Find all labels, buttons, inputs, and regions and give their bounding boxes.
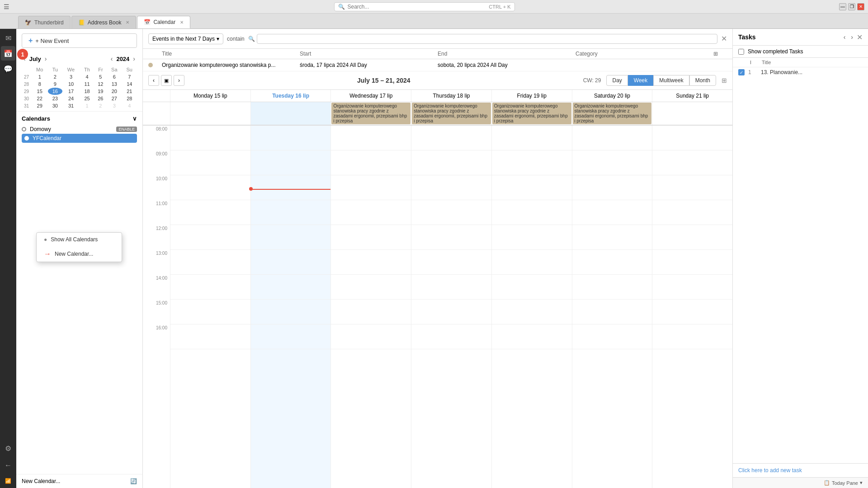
hour-cell[interactable] — [170, 200, 250, 225]
mini-cal-day[interactable]: 19 — [94, 88, 107, 95]
hour-cell[interactable] — [331, 324, 411, 349]
col-header-fri[interactable]: Friday 19 lip — [491, 90, 572, 102]
hour-cell[interactable] — [572, 300, 652, 324]
tab-main[interactable]: 🦅 Thunderbird — [18, 16, 71, 28]
tasks-close-button[interactable]: ✕ — [857, 33, 863, 42]
hour-cell[interactable] — [411, 200, 491, 225]
tab-calendar-close[interactable]: ✕ — [180, 20, 184, 25]
mini-cal-day[interactable]: 10 — [62, 80, 80, 88]
mini-cal-week-num[interactable]: 29 — [22, 88, 31, 95]
hour-cell[interactable] — [492, 225, 572, 250]
hour-cell[interactable] — [411, 150, 491, 175]
all-day-event-fri[interactable]: Organizowanie komputerowego stanowiska p… — [492, 103, 571, 124]
all-day-sat[interactable]: Organizowanie komputerowego stanowiska p… — [572, 102, 652, 125]
mini-cal-next[interactable]: › — [43, 54, 49, 63]
filter-search-input[interactable] — [257, 34, 717, 44]
mini-cal-day[interactable]: 5 — [94, 73, 107, 80]
hour-cell[interactable] — [572, 150, 652, 175]
hour-cell[interactable] — [652, 126, 732, 150]
mini-cal-day[interactable]: 14 — [122, 80, 137, 88]
mini-cal-year-prev[interactable]: ‹ — [109, 54, 115, 63]
add-task-label[interactable]: Click here to add new task — [738, 467, 802, 474]
col-header-sun[interactable]: Sunday 21 lip — [652, 90, 732, 102]
mini-cal-day[interactable]: 17 — [62, 88, 80, 95]
hour-cell[interactable] — [652, 250, 732, 275]
col-header-tue[interactable]: Tuesday 16 lip — [250, 90, 331, 102]
hour-cell[interactable] — [170, 250, 250, 275]
mini-cal-week-num[interactable]: 28 — [22, 80, 31, 88]
hour-cell[interactable] — [411, 175, 491, 200]
hour-cell[interactable] — [492, 324, 572, 349]
context-menu-new-calendar[interactable]: → New Calendar... — [37, 246, 122, 262]
mini-cal-day[interactable]: 1 — [80, 102, 94, 109]
hour-cell[interactable] — [652, 200, 732, 225]
hour-cell[interactable] — [251, 200, 331, 225]
hour-cell[interactable] — [652, 300, 732, 324]
mini-cal-day[interactable]: 22 — [31, 95, 48, 102]
mini-cal-day[interactable]: 9 — [48, 80, 62, 88]
filter-clear-button[interactable]: ✕ — [721, 34, 727, 43]
view-month-button[interactable]: Month — [689, 75, 716, 86]
col-header-wed[interactable]: Wednesday 17 lip — [330, 90, 411, 102]
mini-cal-day[interactable]: 8 — [31, 80, 48, 88]
hour-cell[interactable] — [492, 200, 572, 225]
hour-cell[interactable] — [251, 225, 331, 250]
all-day-event-sat[interactable]: Organizowanie komputerowego stanowiska p… — [573, 103, 652, 124]
cal-item-yfcalendar[interactable]: YFCalendar — [22, 134, 137, 143]
mini-cal-day[interactable]: 31 — [62, 102, 80, 109]
all-day-event-wed[interactable]: Organizowanie komputerowego stanowiska p… — [331, 103, 410, 124]
tab-address-book[interactable]: 📒 Address Book ✕ — [71, 16, 137, 28]
all-day-mon[interactable] — [170, 102, 250, 125]
all-day-thu[interactable]: Organizowanie komputerowego stanowiska p… — [411, 102, 491, 125]
task-checkbox-1[interactable]: ✓ — [738, 69, 745, 75]
week-prev-button[interactable]: ‹ — [148, 75, 159, 86]
hour-cell[interactable] — [492, 250, 572, 275]
mini-cal-day[interactable]: 3 — [107, 102, 122, 109]
mini-cal-day[interactable]: 20 — [107, 88, 122, 95]
day-col-thu[interactable] — [411, 126, 491, 488]
hour-cell[interactable] — [652, 275, 732, 300]
settings-icon-btn[interactable]: ⚙ — [1, 441, 15, 455]
hour-cell[interactable] — [331, 175, 411, 200]
hour-cell[interactable] — [652, 175, 732, 200]
mini-cal-week-num[interactable]: 30 — [22, 95, 31, 102]
hour-cell[interactable] — [251, 175, 331, 200]
calendars-collapse-icon[interactable]: ∨ — [132, 115, 137, 122]
hour-cell[interactable] — [492, 175, 572, 200]
mini-cal-day[interactable]: 23 — [48, 95, 62, 102]
day-col-mon[interactable] — [170, 126, 250, 488]
hour-cell[interactable] — [492, 275, 572, 300]
mini-cal-day[interactable]: 2 — [48, 73, 62, 80]
hour-cell[interactable] — [652, 225, 732, 250]
mini-cal-day[interactable]: 15 — [31, 88, 48, 95]
mini-cal-day[interactable]: 29 — [31, 102, 48, 109]
hour-cell[interactable] — [492, 150, 572, 175]
mini-cal-day[interactable]: 26 — [94, 95, 107, 102]
day-col-fri[interactable] — [491, 126, 572, 488]
hour-cell[interactable] — [572, 324, 652, 349]
col-header-sat[interactable]: Saturday 20 lip — [572, 90, 652, 102]
mini-cal-day[interactable]: 30 — [48, 102, 62, 109]
view-multiweek-button[interactable]: Multiweek — [653, 75, 689, 86]
mini-cal-day[interactable]: 18 — [80, 88, 94, 95]
hour-cell[interactable] — [331, 225, 411, 250]
context-menu-show-all[interactable]: ● Show All Calendars — [37, 233, 122, 246]
today-pane-bar[interactable]: 📋 Today Pane ▾ — [733, 477, 868, 488]
week-today-button[interactable]: ▣ — [161, 75, 172, 86]
mini-cal-day[interactable]: 27 — [107, 95, 122, 102]
hour-cell[interactable] — [411, 275, 491, 300]
hour-cell[interactable] — [170, 175, 250, 200]
hour-cell[interactable] — [572, 126, 652, 150]
tasks-next-button[interactable]: › — [849, 33, 855, 42]
hour-cell[interactable] — [170, 324, 250, 349]
all-day-sun[interactable] — [652, 102, 732, 125]
week-next-button[interactable]: › — [174, 75, 184, 86]
mini-cal-day[interactable]: 3 — [62, 73, 80, 80]
hour-cell[interactable] — [331, 126, 411, 150]
hour-cell[interactable] — [251, 324, 331, 349]
mini-cal-day[interactable]: 7 — [122, 73, 137, 80]
col-header-mon[interactable]: Monday 15 lip — [170, 90, 250, 102]
hour-cell[interactable] — [411, 300, 491, 324]
view-week-button[interactable]: Week — [628, 75, 653, 86]
day-col-tue[interactable] — [250, 126, 331, 488]
